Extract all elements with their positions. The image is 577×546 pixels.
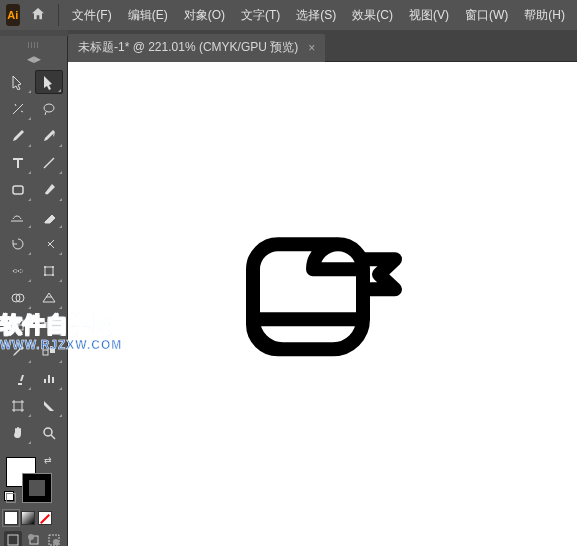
menu-edit[interactable]: 编辑(E) <box>122 3 174 28</box>
color-solid-button[interactable] <box>4 511 18 525</box>
close-icon[interactable]: × <box>308 41 315 55</box>
svg-line-0 <box>44 158 54 168</box>
draw-behind-button[interactable] <box>25 531 43 546</box>
watermark: 软件自学网 WWW.RJZXW.COM <box>0 310 122 352</box>
svg-point-14 <box>44 428 52 436</box>
pen-tool[interactable] <box>4 124 32 148</box>
menu-effect[interactable]: 效果(C) <box>346 3 399 28</box>
selection-tool[interactable] <box>4 70 32 94</box>
color-gradient-button[interactable] <box>21 511 35 525</box>
width-tool[interactable] <box>4 259 32 283</box>
tab-title: 未标题-1* @ 221.01% (CMYK/GPU 预览) <box>78 39 298 56</box>
svg-rect-2 <box>45 267 53 275</box>
line-tool[interactable] <box>35 151 63 175</box>
lasso-tool[interactable] <box>35 97 63 121</box>
svg-point-18 <box>28 534 34 540</box>
draw-normal-button[interactable] <box>4 531 22 546</box>
artboard-tool[interactable] <box>4 394 32 418</box>
document-tab-bar: 未标题-1* @ 221.01% (CMYK/GPU 预览) × <box>68 30 577 62</box>
menu-help[interactable]: 帮助(H) <box>518 3 571 28</box>
rotate-tool[interactable] <box>4 232 32 256</box>
scissors-tool[interactable] <box>35 232 63 256</box>
menu-view[interactable]: 视图(V) <box>403 3 455 28</box>
svg-point-5 <box>44 274 46 276</box>
direct-selection-tool[interactable] <box>35 70 63 94</box>
collapse-toggle[interactable]: ◀▶ <box>4 54 63 64</box>
swap-fill-stroke-icon[interactable]: ⇄ <box>44 455 52 465</box>
svg-rect-1 <box>13 186 23 194</box>
shape-builder-tool[interactable] <box>4 286 32 310</box>
document-tab[interactable]: 未标题-1* @ 221.01% (CMYK/GPU 预览) × <box>68 34 325 62</box>
menu-object[interactable]: 对象(O) <box>178 3 231 28</box>
artwork-bookmark-icon <box>243 219 403 373</box>
main-menu: 文件(F) 编辑(E) 对象(O) 文字(T) 选择(S) 效果(C) 视图(V… <box>66 3 571 28</box>
panel-grip[interactable] <box>28 42 39 48</box>
home-icon[interactable] <box>30 6 46 25</box>
color-none-button[interactable] <box>38 511 52 525</box>
rectangle-tool[interactable] <box>4 178 32 202</box>
curvature-tool[interactable] <box>35 124 63 148</box>
shaper-tool[interactable] <box>4 205 32 229</box>
slice-tool[interactable] <box>35 394 63 418</box>
watermark-url: WWW.RJZXW.COM <box>0 338 122 352</box>
column-graph-tool[interactable] <box>35 367 63 391</box>
svg-line-15 <box>51 435 55 439</box>
stroke-swatch[interactable] <box>22 473 52 503</box>
svg-rect-16 <box>8 535 18 545</box>
canvas[interactable] <box>68 62 577 546</box>
menu-type[interactable]: 文字(T) <box>235 3 286 28</box>
zoom-tool[interactable] <box>35 421 63 445</box>
paintbrush-tool[interactable] <box>35 178 63 202</box>
menu-window[interactable]: 窗口(W) <box>459 3 514 28</box>
perspective-grid-tool[interactable] <box>35 286 63 310</box>
draw-mode-row <box>4 531 63 546</box>
eraser-tool[interactable] <box>35 205 63 229</box>
svg-rect-13 <box>14 402 22 410</box>
svg-point-3 <box>44 266 46 268</box>
svg-point-4 <box>52 266 54 268</box>
svg-point-6 <box>52 274 54 276</box>
watermark-text: 软件自学网 <box>0 310 122 340</box>
tools-panel: ◀▶ ⇄ <box>0 36 68 546</box>
hand-tool[interactable] <box>4 421 32 445</box>
fill-stroke-swatches[interactable]: ⇄ <box>4 455 52 503</box>
type-tool[interactable] <box>4 151 32 175</box>
symbol-sprayer-tool[interactable] <box>4 367 32 391</box>
default-fill-stroke-icon[interactable] <box>4 491 16 503</box>
menu-file[interactable]: 文件(F) <box>66 3 117 28</box>
title-bar: Ai 文件(F) 编辑(E) 对象(O) 文字(T) 选择(S) 效果(C) 视… <box>0 0 577 30</box>
divider <box>58 4 59 26</box>
svg-point-20 <box>53 539 59 545</box>
draw-inside-button[interactable] <box>45 531 63 546</box>
magic-wand-tool[interactable] <box>4 97 32 121</box>
free-transform-tool[interactable] <box>35 259 63 283</box>
color-mode-row <box>4 511 63 525</box>
menu-select[interactable]: 选择(S) <box>290 3 342 28</box>
app-logo: Ai <box>6 4 20 26</box>
